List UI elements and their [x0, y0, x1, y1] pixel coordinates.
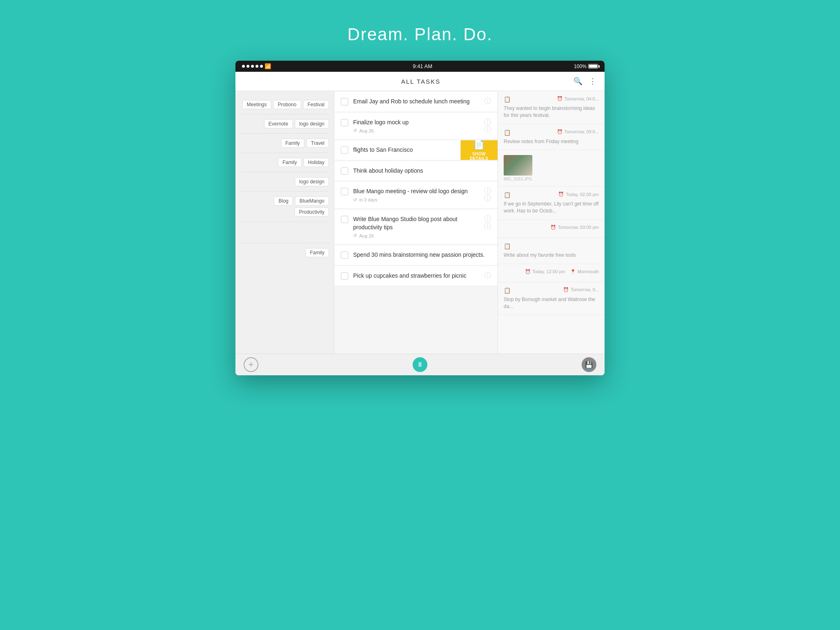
task-body-5: Blue Mango meeting - review old logo des… [353, 187, 479, 203]
task-checkbox-7[interactable] [341, 251, 348, 259]
task-checkbox-1[interactable] [341, 98, 348, 105]
right-panel: 📋 ⏰ Tomorrow, 04:0... They wanted to beg… [498, 91, 605, 354]
task-meta-5: ↺ in 3 days [353, 197, 479, 203]
add-task-button[interactable]: + [244, 357, 258, 372]
repeat-icon-5: ↺ [353, 197, 357, 203]
tag-family-1[interactable]: Family [281, 139, 304, 148]
task-item-5[interactable]: Blue Mango meeting - review old logo des… [334, 182, 498, 209]
task-checkbox-5[interactable] [341, 188, 348, 195]
task-item-7[interactable]: Spend 30 mins brainstorming new passion … [334, 245, 498, 265]
status-right: 100% [574, 64, 598, 69]
task-date-6: Aug 28. [359, 233, 375, 238]
alarm-icon-1: ⏰ [557, 96, 563, 101]
info-circle-top-1[interactable]: i [484, 98, 491, 104]
task-title-1: Email Jay and Rob to schedule lunch meet… [353, 98, 479, 106]
task-meta-2: ↺ Aug 26. [353, 128, 479, 133]
rp4-meta: ⏰ Today, 02:00 pm [558, 192, 599, 197]
location-icon-7: 📍 [570, 269, 576, 274]
rp1-top: 📋 ⏰ Tomorrow, 04:0... [504, 96, 599, 103]
save-button[interactable]: 💾 [582, 357, 596, 372]
save-icon: 💾 [585, 361, 593, 369]
tag-group-4: Family Holiday [240, 153, 329, 172]
task-info-2[interactable]: i i [484, 119, 491, 132]
alarm-icon-7: ⏰ [525, 269, 531, 274]
alarm-time-1: Tomorrow, 04:0... [564, 96, 599, 101]
right-panel-item-2: 📋 ⏰ Tomorrow, 09:0... Review notes from … [498, 124, 605, 151]
task-item-6[interactable]: Write Blue Mango Studio blog post about … [334, 210, 498, 244]
right-panel-item-4: 📋 ⏰ Today, 02:00 pm If we go in Septembe… [498, 187, 605, 220]
info-circle-bot-6[interactable]: i [484, 223, 491, 229]
note-icon-6: 📋 [504, 243, 511, 249]
task-checkbox-2[interactable] [341, 119, 348, 126]
task-item-4[interactable]: Think about holiday options [334, 161, 498, 181]
more-options-icon[interactable]: ⋮ [589, 77, 596, 86]
tag-holiday[interactable]: Holiday [304, 158, 329, 167]
right-panel-item-6: 📋 Write about my favorite free tools [498, 238, 605, 264]
alarm-icon-2: ⏰ [557, 129, 563, 135]
rp5-top: ⏰ Tomorrow, 03:00 pm [504, 225, 599, 230]
tag-festival[interactable]: Festival [303, 100, 329, 109]
wifi-icon: 📶 [265, 63, 271, 69]
task-info-6[interactable]: i i [484, 215, 491, 229]
show-details-button[interactable]: 📄 SHOWDETAILS [461, 140, 498, 160]
tag-bluemango[interactable]: BlueMango [295, 196, 329, 205]
rp6-top: 📋 [504, 243, 599, 249]
info-circle-top-6[interactable]: i [484, 215, 491, 222]
tag-probono[interactable]: Probono [273, 100, 301, 109]
task-checkbox-4[interactable] [341, 167, 348, 175]
image-label-3: IMG_0163.JPG [504, 177, 599, 181]
rp7-top: ⏰ Today, 12:00 pm 📍 Monmouth [504, 269, 599, 274]
tag-productivity[interactable]: Productivity [294, 208, 329, 217]
task-checkbox-3[interactable] [341, 146, 348, 154]
signal-dot-1 [242, 65, 245, 68]
note-icon-8: 📋 [504, 287, 511, 294]
task-info-1[interactable]: i [484, 98, 491, 104]
task-info-5[interactable]: i i [484, 187, 491, 201]
info-circle-top-8[interactable]: i [484, 272, 491, 278]
task-body-1: Email Jay and Rob to schedule lunch meet… [353, 98, 479, 106]
rp5-meta: ⏰ Tomorrow, 03:00 pm [550, 225, 599, 230]
tag-logo-design-2[interactable]: logo design [295, 177, 329, 186]
doc-icon: 📄 [473, 140, 485, 150]
rp4-text: If we go in September, Lily can't get ti… [504, 201, 599, 215]
task-checkbox-6[interactable] [341, 216, 348, 223]
tag-blog[interactable]: Blog [274, 196, 293, 205]
task-info-8[interactable]: i [484, 272, 491, 278]
alarm-time-4: Today, 02:00 pm [566, 192, 599, 197]
pause-button[interactable]: ⏸ [413, 357, 427, 372]
tag-group-8: Family [240, 243, 329, 262]
status-left: 📶 [242, 63, 271, 69]
task-checkbox-8[interactable] [341, 272, 348, 280]
right-panel-item-7: ⏰ Today, 12:00 pm 📍 Monmouth [498, 264, 605, 282]
rp2-top: 📋 ⏰ Tomorrow, 09:0... [504, 129, 599, 136]
info-circle-top-5[interactable]: i [484, 187, 491, 194]
note-icon-1: 📋 [504, 96, 511, 103]
task-item-3[interactable]: flights to San Francisco 📄 SHOWDETAILS [334, 140, 498, 160]
task-date-5: in 3 days [359, 197, 377, 202]
info-circle-bot-2[interactable]: i [484, 126, 491, 132]
main-content: Meetings Probono Festival Evernote logo … [235, 91, 605, 354]
tag-evernote[interactable]: Evernote [264, 119, 293, 128]
alarm-time-7: Today, 12:00 pm [532, 269, 566, 274]
search-icon[interactable]: 🔍 [573, 77, 582, 86]
info-circle-top-2[interactable]: i [484, 119, 491, 125]
app-tagline: Dream. Plan. Do. [347, 25, 493, 44]
signal-dot-2 [247, 65, 249, 68]
tag-meetings[interactable]: Meetings [242, 100, 272, 109]
status-time: 9:41 AM [413, 63, 432, 69]
bottom-bar: + ⏸ 💾 [235, 354, 605, 375]
task-item-2[interactable]: Finalize logo mock up ↺ Aug 26. i i [334, 113, 498, 140]
task-body-7: Spend 30 mins brainstorming new passion … [353, 251, 491, 259]
info-circle-bot-5[interactable]: i [484, 195, 491, 201]
header-icons: 🔍 ⋮ [573, 77, 596, 86]
tag-family-2[interactable]: Family [278, 158, 301, 167]
app-header: ALL TASKS 🔍 ⋮ [235, 72, 605, 91]
task-item-1[interactable]: Email Jay and Rob to schedule lunch meet… [334, 92, 498, 112]
task-item-8[interactable]: Pick up cupcakes and strawberries for pi… [334, 266, 498, 286]
tag-group-6: Blog BlueMango Productivity [240, 192, 329, 222]
tag-family-3[interactable]: Family [306, 248, 329, 257]
tag-travel[interactable]: Travel [306, 139, 329, 148]
rp7-meta: ⏰ Today, 12:00 pm 📍 Monmouth [525, 269, 599, 274]
alarm-icon-4: ⏰ [558, 192, 564, 197]
tag-logo-design-1[interactable]: logo design [295, 119, 329, 128]
